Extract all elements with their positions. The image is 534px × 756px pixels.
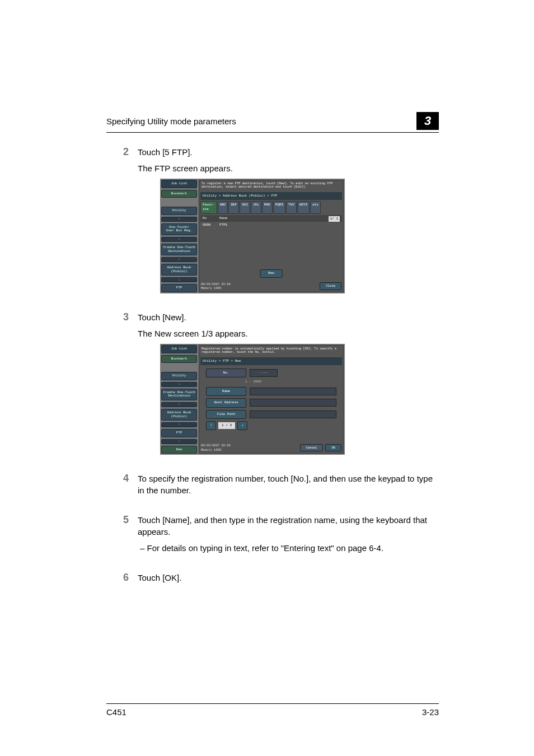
row-name: FTP1 — [219, 223, 227, 227]
cancel-button[interactable]: Cancel — [300, 444, 324, 452]
step-body: Touch [5 FTP]. The FTP screen appears. J… — [138, 146, 439, 298]
name-button[interactable]: Name — [206, 387, 246, 396]
row-no: 0006 — [203, 223, 219, 227]
sidebar-arrow-icon: ↓ — [161, 277, 197, 282]
tab-etc[interactable]: etc — [310, 201, 321, 214]
panel1-instruction: To register a new FTP destination, touch… — [199, 180, 343, 191]
ftp-list-screenshot: Job List Bookmark Utility ↓ One-Touch/ U… — [160, 179, 345, 293]
form-row-host: Host Address — [206, 398, 336, 407]
sidebar-bookmark[interactable]: Bookmark — [161, 355, 197, 363]
step-3-line1: Touch [New]. — [138, 311, 439, 323]
tab-abc[interactable]: ABC — [218, 201, 228, 214]
sidebar-ftp[interactable]: FTP — [161, 429, 197, 437]
page-indicator: 1/ 1 — [329, 216, 340, 222]
panel2-main: Registered number is automatically appli… — [199, 345, 344, 454]
sidebar-one-touch[interactable]: One-Touch/ User Box Reg. — [161, 223, 197, 235]
no-range: 1 - 2000 — [245, 380, 336, 384]
sidebar-arrow-icon: ↓ — [161, 402, 197, 407]
tab-ghi[interactable]: GHI — [240, 201, 250, 214]
new-screen-screenshot: Job List Bookmark Utility ↓ Create One-T… — [160, 344, 345, 455]
form-row-name: Name — [206, 387, 336, 396]
page-number: 3-23 — [422, 707, 439, 717]
tab-wxyz[interactable]: WXYZ — [297, 201, 310, 214]
tab-pqrs[interactable]: PQRS — [273, 201, 285, 214]
sidebar-arrow-icon: ↓ — [161, 217, 197, 222]
tab-favorite[interactable]: Favor- ite — [200, 201, 217, 214]
footer-datetime: 09/26/2007 20:56 Memory 100% — [201, 444, 231, 452]
panel1-content: No Name 0006 FTP1 1/ 1 New — [200, 215, 342, 280]
name-field[interactable] — [250, 388, 336, 395]
sidebar-bookmark[interactable]: Bookmark — [161, 190, 197, 198]
list-header: No Name — [200, 215, 342, 222]
step-2-line2: The FTP screen appears. — [138, 162, 439, 174]
section-header: Specifying Utility mode parameters 3 — [106, 112, 439, 133]
header-name: Name — [219, 216, 227, 221]
sidebar-job-list[interactable]: Job List — [161, 180, 197, 188]
step-3: 3 Touch [New]. The New screen 1/3 appear… — [106, 311, 439, 459]
step-number: 5 — [106, 514, 138, 558]
no-label[interactable]: No. — [206, 368, 246, 377]
footer-datetime: 09/26/2007 20:56 Memory 100% — [201, 282, 231, 291]
chapter-number-badge: 3 — [416, 112, 439, 130]
tab-jkl[interactable]: JKL — [251, 201, 261, 214]
next-page-button[interactable]: ↓ — [237, 421, 247, 430]
host-address-button[interactable]: Host Address — [206, 398, 246, 407]
page-footer: C451 3-23 — [106, 703, 439, 717]
tab-tuv[interactable]: TUV — [286, 201, 297, 214]
sidebar-address-book[interactable]: Address Book (Public) — [161, 264, 197, 276]
sidebar-ftp[interactable]: FTP — [161, 284, 197, 292]
panel2-content: No. ---- 1 - 2000 Name Host Address — [200, 366, 342, 441]
host-address-field[interactable] — [250, 399, 336, 407]
sidebar-arrow-icon: ↓ — [161, 257, 197, 262]
step-body: Touch [New]. The New screen 1/3 appears.… — [138, 311, 439, 459]
step-body: To specify the registration number, touc… — [138, 473, 439, 501]
prev-page-button[interactable]: ↑ — [206, 421, 216, 430]
panel2-sidebar: Job List Bookmark Utility ↓ Create One-T… — [161, 345, 197, 454]
page-indicator: 1 / 3 — [218, 422, 235, 429]
sidebar-job-list[interactable]: Job List — [161, 345, 197, 353]
new-button[interactable]: New — [260, 269, 283, 277]
step-5-subtext: – For details on typing in text, refer t… — [138, 542, 439, 554]
step-3-line2: The New screen 1/3 appears. — [138, 328, 439, 339]
step-6-text: Touch [OK]. — [138, 572, 439, 584]
ok-button[interactable]: OK — [325, 444, 341, 452]
step-number: 4 — [106, 473, 138, 501]
form-row-path: File Path — [206, 410, 336, 419]
panel2-footer: 09/26/2007 20:56 Memory 100% Cancel OK — [199, 442, 343, 453]
page-navigator: ↑ 1 / 3 ↓ — [206, 421, 336, 430]
sidebar-arrow-icon: ↓ — [161, 439, 197, 444]
sidebar-address-book[interactable]: Address Book (Public) — [161, 409, 197, 421]
step-5: 5 Touch [Name], and then type in the reg… — [106, 514, 439, 558]
step-4-text: To specify the registration number, touc… — [138, 473, 439, 496]
file-path-button[interactable]: File Path — [206, 410, 246, 419]
close-button[interactable]: Close — [320, 282, 341, 290]
sidebar-arrow-icon: ↓ — [161, 382, 197, 387]
step-4: 4 To specify the registration number, to… — [106, 473, 439, 501]
form-row-no: No. ---- — [206, 368, 336, 377]
step-6: 6 Touch [OK]. — [106, 572, 439, 588]
step-body: Touch [Name], and then type in the regis… — [138, 514, 439, 558]
header-no: No — [203, 216, 219, 221]
sidebar-create-destination[interactable]: Create One-Touch Destination — [161, 244, 197, 255]
panel2-breadcrumb: Utility > FTP > New — [200, 357, 342, 365]
step-number: 3 — [106, 311, 138, 459]
panel1-breadcrumb: Utility > Address Book (Public) > FTP — [200, 192, 342, 200]
file-path-field[interactable] — [250, 410, 336, 418]
step-2-line1: Touch [5 FTP]. — [138, 146, 439, 158]
sidebar-utility[interactable]: Utility — [161, 207, 197, 215]
sidebar-arrow-icon: ↓ — [161, 237, 197, 242]
sidebar-arrow-icon: ↓ — [161, 422, 197, 427]
sidebar-utility[interactable]: Utility — [161, 372, 197, 380]
sidebar-create-destination[interactable]: Create One-Touch Destination — [161, 389, 197, 400]
panel2-instruction: Registered number is automatically appli… — [199, 346, 343, 356]
no-value: ---- — [250, 369, 278, 377]
step-number: 6 — [106, 572, 138, 588]
step-2: 2 Touch [5 FTP]. The FTP screen appears.… — [106, 146, 439, 298]
tab-mno[interactable]: MNO — [262, 201, 273, 214]
table-row[interactable]: 0006 FTP1 — [200, 222, 342, 228]
page: Specifying Utility mode parameters 3 2 T… — [0, 0, 534, 756]
model-id: C451 — [106, 707, 127, 717]
panel1-sidebar: Job List Bookmark Utility ↓ One-Touch/ U… — [161, 180, 197, 292]
tab-def[interactable]: DEF — [228, 201, 239, 214]
sidebar-new[interactable]: New — [161, 446, 197, 454]
